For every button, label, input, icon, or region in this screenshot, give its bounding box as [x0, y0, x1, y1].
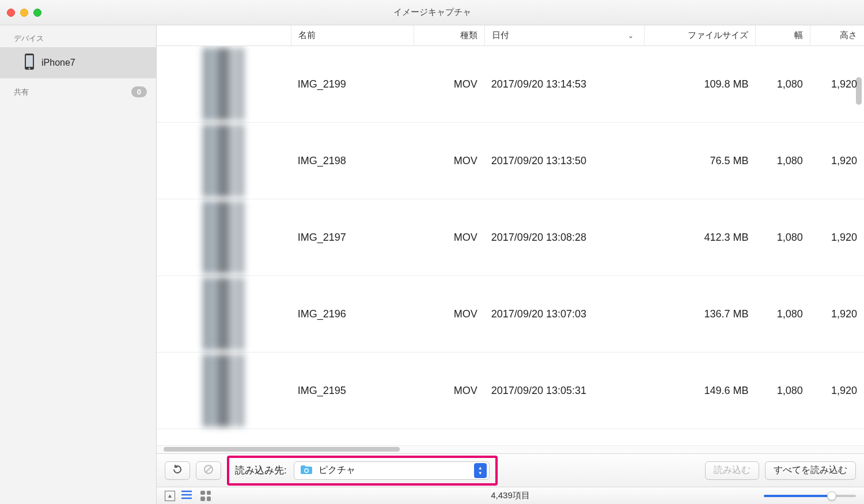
cell-size: 109.8 MB — [644, 78, 755, 90]
updown-icon: ▲▼ — [474, 463, 487, 478]
sidebar-item-label: iPhone7 — [41, 58, 75, 68]
cell-kind: MOV — [414, 385, 484, 397]
list-view-icon[interactable] — [181, 490, 192, 501]
sidebar-heading-shared-label: 共有 — [14, 87, 29, 97]
rotate-button[interactable] — [165, 461, 190, 480]
cell-date: 2017/09/20 13:05:31 — [484, 385, 644, 397]
horizontal-scrollbar-thumb[interactable] — [164, 447, 400, 452]
import-button[interactable]: 読み込む — [705, 461, 759, 480]
thumbnail — [203, 124, 244, 197]
cell-width: 1,080 — [755, 385, 809, 397]
cell-date: 2017/09/20 13:08:28 — [484, 232, 644, 244]
column-header-date[interactable]: 日付 ⌄ — [484, 25, 644, 46]
cell-kind: MOV — [414, 232, 484, 244]
table-row[interactable]: IMG_2196 MOV 2017/09/20 13:07:03 136.7 M… — [157, 276, 864, 353]
chevron-down-icon: ⌄ — [628, 32, 634, 40]
import-destination-group: 読み込み先: ピクチャ ▲▼ — [227, 456, 498, 486]
titlebar: イメージキャプチャ — [0, 0, 864, 25]
cell-height: 1,920 — [810, 385, 864, 397]
cell-width: 1,080 — [755, 232, 809, 244]
cell-date: 2017/09/20 13:13:50 — [484, 155, 644, 167]
thumbnail-zoom-slider[interactable] — [764, 495, 856, 497]
cell-height: 1,920 — [810, 155, 864, 167]
column-header-thumbnail[interactable] — [157, 25, 291, 46]
cell-width: 1,080 — [755, 155, 809, 167]
close-button[interactable] — [7, 9, 15, 17]
sidebar-heading-shared: 共有 0 — [0, 78, 156, 101]
main-panel: 名前 種類 日付 ⌄ ファイルサイズ 幅 高さ IMG_2199 MOV 201… — [157, 25, 864, 504]
cell-date: 2017/09/20 13:14:53 — [484, 78, 644, 90]
item-count: 4,439項目 — [157, 490, 864, 501]
svg-point-2 — [29, 68, 31, 70]
cell-date: 2017/09/20 13:07:03 — [484, 308, 644, 320]
thumbnail — [203, 278, 244, 350]
svg-rect-1 — [26, 55, 33, 67]
cell-width: 1,080 — [755, 308, 809, 320]
cell-name: IMG_2196 — [291, 308, 414, 320]
table-row[interactable]: IMG_2195 MOV 2017/09/20 13:05:31 149.6 M… — [157, 353, 864, 429]
status-bar: ▲ 4,439項目 — [157, 487, 864, 504]
window-title: イメージキャプチャ — [0, 7, 864, 18]
grid-view-icon[interactable] — [200, 491, 211, 501]
cell-kind: MOV — [414, 308, 484, 320]
thumbnail — [203, 354, 244, 427]
horizontal-scrollbar-track[interactable] — [157, 445, 864, 453]
file-list: IMG_2199 MOV 2017/09/20 13:14:53 109.8 M… — [157, 46, 864, 445]
thumbnail — [203, 201, 244, 274]
cell-width: 1,080 — [755, 78, 809, 90]
delete-button[interactable] — [196, 461, 221, 480]
column-header-name[interactable]: 名前 — [291, 25, 414, 46]
app-window: イメージキャプチャ デバイス iPhone7 共有 0 名前 種類 — [0, 0, 864, 504]
svg-line-4 — [206, 467, 211, 472]
cell-name: IMG_2198 — [291, 155, 414, 167]
minimize-button[interactable] — [20, 9, 28, 17]
import-to-label: 読み込み先: — [235, 464, 287, 477]
phone-icon — [24, 53, 35, 73]
sidebar: デバイス iPhone7 共有 0 — [0, 25, 157, 504]
column-header-filesize[interactable]: ファイルサイズ — [644, 25, 755, 46]
cell-size: 76.5 MB — [644, 155, 755, 167]
cell-height: 1,920 — [810, 78, 864, 90]
sidebar-heading-devices: デバイス — [0, 25, 156, 47]
cell-size: 412.3 MB — [644, 232, 755, 244]
cell-name: IMG_2199 — [291, 78, 414, 90]
shared-count-badge: 0 — [131, 86, 147, 97]
folder-icon — [300, 464, 313, 476]
cell-height: 1,920 — [810, 308, 864, 320]
column-header-width[interactable]: 幅 — [755, 25, 809, 46]
table-row[interactable]: IMG_2198 MOV 2017/09/20 13:13:50 76.5 MB… — [157, 123, 864, 199]
import-all-button[interactable]: すべてを読み込む — [765, 461, 856, 480]
table-header: 名前 種類 日付 ⌄ ファイルサイズ 幅 高さ — [157, 25, 864, 46]
cell-size: 136.7 MB — [644, 308, 755, 320]
table-row[interactable]: IMG_2197 MOV 2017/09/20 13:08:28 412.3 M… — [157, 199, 864, 276]
cell-kind: MOV — [414, 78, 484, 90]
destination-value: ピクチャ — [319, 464, 468, 476]
bottom-toolbar: 読み込み先: ピクチャ ▲▼ 読み込む すべてを読み込む — [157, 453, 864, 487]
cell-size: 149.6 MB — [644, 385, 755, 397]
rotate-ccw-icon — [172, 464, 183, 478]
maximize-button[interactable] — [33, 9, 41, 17]
thumbnail — [203, 48, 244, 120]
cell-name: IMG_2197 — [291, 232, 414, 244]
cell-height: 1,920 — [810, 232, 864, 244]
sidebar-item-device[interactable]: iPhone7 — [0, 47, 156, 78]
cell-name: IMG_2195 — [291, 385, 414, 397]
cell-kind: MOV — [414, 155, 484, 167]
panel-toggle-icon[interactable]: ▲ — [165, 491, 175, 501]
window-controls — [7, 9, 41, 17]
prohibit-icon — [203, 464, 214, 478]
column-header-kind[interactable]: 種類 — [414, 25, 484, 46]
destination-select[interactable]: ピクチャ ▲▼ — [294, 461, 490, 480]
table-row[interactable]: IMG_2199 MOV 2017/09/20 13:14:53 109.8 M… — [157, 46, 864, 123]
window-body: デバイス iPhone7 共有 0 名前 種類 日付 ⌄ — [0, 25, 864, 504]
column-header-date-label: 日付 — [492, 30, 509, 41]
column-header-height[interactable]: 高さ — [810, 25, 864, 46]
